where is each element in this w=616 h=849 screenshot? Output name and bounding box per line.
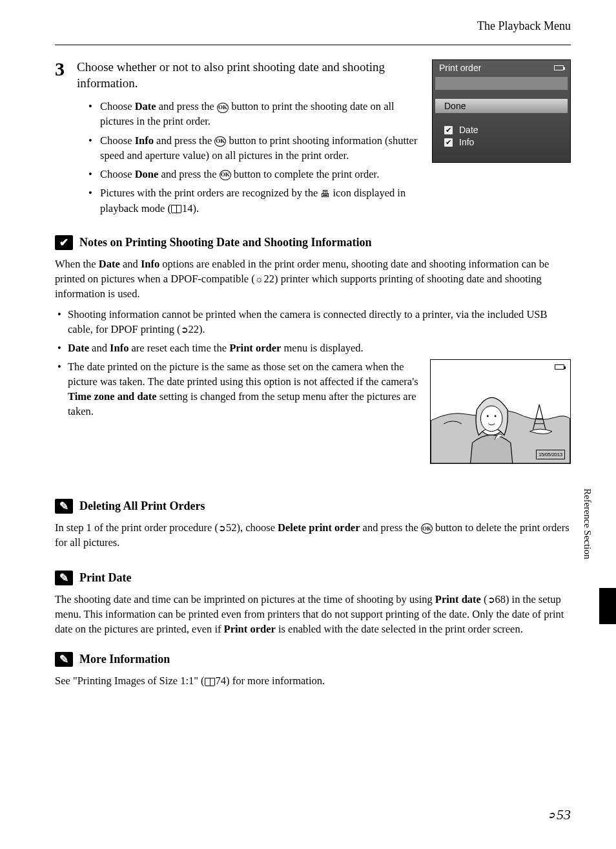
print-icon: 🖶 xyxy=(320,187,330,201)
note-title: Notes on Printing Shooting Date and Shoo… xyxy=(79,236,372,249)
sample-photo: 15/05/2013 xyxy=(430,359,571,464)
photo-date-stamp: 15/05/2013 xyxy=(536,450,565,459)
checkbox-icon: ✔ xyxy=(444,126,453,134)
camera-screen: Print order Done ✔ Date ✔ Info xyxy=(432,59,571,163)
note-title: More Information xyxy=(79,653,170,666)
ok-icon: OK xyxy=(217,103,229,113)
section-ref-icon: ➲ xyxy=(181,324,189,337)
side-tab-marker xyxy=(599,588,616,624)
bullet-done: Choose Done and press the OK button to c… xyxy=(96,167,424,182)
step-number: 3 xyxy=(55,59,69,79)
note-deleting-orders: ✎ Deleting All Print Orders In step 1 of… xyxy=(55,499,571,555)
note-bullet-1: Shooting information cannot be printed w… xyxy=(64,307,571,337)
section-ref-icon: ➲ xyxy=(488,594,495,607)
pencil-badge-icon: ✎ xyxy=(55,499,73,514)
check-badge-icon: ✔ xyxy=(55,235,73,250)
note-paragraph: See "Printing Images of Size 1:1" (74) f… xyxy=(55,673,571,688)
screen-date-row: ✔ Date xyxy=(444,125,570,135)
screen-done-row: Done xyxy=(435,99,568,113)
note-bullet-3: 15/05/2013 The date printed on the pictu… xyxy=(64,359,571,464)
ok-icon: OK xyxy=(220,170,231,180)
svg-point-3 xyxy=(495,415,497,417)
svg-point-2 xyxy=(487,415,489,417)
screen-title: Print order xyxy=(439,63,481,73)
ok-icon: OK xyxy=(214,136,226,147)
battery-icon xyxy=(555,364,564,370)
step-title: Choose whether or not to also print shoo… xyxy=(77,59,424,91)
note-paragraph: The shooting date and time can be imprin… xyxy=(55,592,571,636)
page-header: The Playback Menu xyxy=(55,19,571,45)
screen-thumb-strip xyxy=(435,77,568,90)
battery-icon xyxy=(554,65,564,70)
bullet-date: Choose Date and press the OK button to p… xyxy=(96,99,424,129)
section-ref-icon: ➲ xyxy=(218,522,226,535)
note-paragraph: In step 1 of the print order procedure (… xyxy=(55,520,571,550)
page-number: ➲53 xyxy=(548,806,571,823)
note-bullet-2: Date and Info are reset each time the Pr… xyxy=(64,341,571,355)
bullet-info: Choose Info and press the OK button to p… xyxy=(96,133,424,163)
note-printing-date-info: ✔ Notes on Printing Shooting Date and Sh… xyxy=(55,235,571,468)
book-icon xyxy=(205,678,215,686)
section-ref-icon: ➲ xyxy=(548,810,555,821)
pencil-badge-icon: ✎ xyxy=(55,571,73,585)
book-icon xyxy=(171,205,181,213)
pencil-badge-icon: ✎ xyxy=(55,652,73,667)
checkbox-icon: ✔ xyxy=(444,138,453,147)
reference-sun-icon: ☼ xyxy=(255,273,264,286)
note-title: Deleting All Print Orders xyxy=(79,499,205,513)
ok-icon: OK xyxy=(421,523,433,534)
note-more-info: ✎ More Information See "Printing Images … xyxy=(55,652,571,688)
note-title: Print Date xyxy=(79,571,131,585)
side-tab-label: Reference Section xyxy=(582,465,593,575)
bullet-playback: Pictures with the print orders are recog… xyxy=(96,185,424,216)
note-print-date: ✎ Print Date The shooting date and time … xyxy=(55,571,571,636)
svg-point-1 xyxy=(480,406,502,432)
note-paragraph: When the Date and Info options are enabl… xyxy=(55,257,571,302)
screen-info-row: ✔ Info xyxy=(444,137,570,147)
step-3: 3 Choose whether or not to also print sh… xyxy=(55,59,424,220)
header-title: The Playback Menu xyxy=(477,19,571,32)
